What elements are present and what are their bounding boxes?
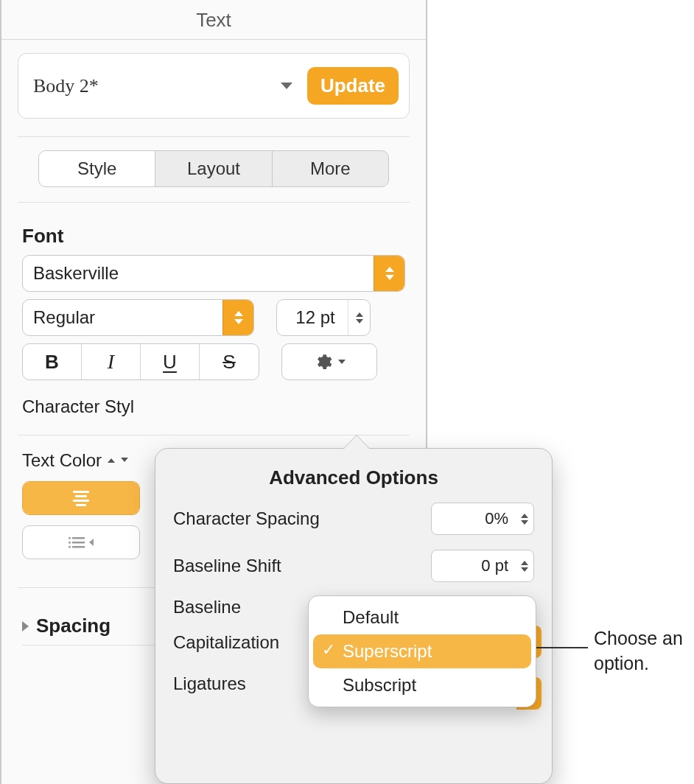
text-format-group: B I U S bbox=[22, 343, 259, 380]
baseline-label: Baseline bbox=[173, 597, 241, 617]
tab-layout[interactable]: Layout bbox=[155, 151, 272, 186]
paragraph-style-card: Body 2* Update bbox=[18, 53, 410, 119]
baseline-option-superscript[interactable]: Superscript bbox=[313, 634, 531, 668]
baseline-shift-value: 0 pt bbox=[432, 556, 516, 575]
character-spacing-field[interactable]: 0% bbox=[431, 503, 534, 535]
text-color-label: Text Color bbox=[22, 450, 102, 471]
svg-rect-2 bbox=[72, 546, 85, 548]
callout-text: Choose an option. bbox=[594, 626, 694, 676]
svg-point-4 bbox=[69, 542, 71, 544]
strikethrough-button[interactable]: S bbox=[200, 344, 259, 379]
baseline-menu: Default Superscript Subscript bbox=[308, 595, 536, 707]
character-styles-label: Character Styl bbox=[22, 396, 405, 417]
select-stepper-icon bbox=[222, 300, 253, 335]
list-style-button[interactable] bbox=[22, 525, 140, 559]
character-spacing-value: 0% bbox=[432, 509, 516, 528]
svg-rect-1 bbox=[72, 542, 85, 544]
character-spacing-label: Character Spacing bbox=[173, 508, 320, 529]
italic-button[interactable]: I bbox=[82, 344, 141, 379]
bold-button[interactable]: B bbox=[23, 344, 82, 379]
svg-point-3 bbox=[69, 537, 71, 539]
caret-down-icon bbox=[121, 458, 128, 462]
svg-rect-0 bbox=[72, 537, 85, 539]
font-size-field[interactable]: 12 pt bbox=[276, 299, 371, 336]
baseline-option-default[interactable]: Default bbox=[313, 601, 531, 634]
gear-icon bbox=[313, 352, 332, 371]
stepper-icon[interactable] bbox=[516, 503, 533, 534]
chevron-down-icon bbox=[281, 83, 292, 89]
stepper-icon[interactable] bbox=[516, 550, 533, 581]
list-icon bbox=[69, 536, 85, 548]
font-size-value: 12 pt bbox=[277, 307, 348, 328]
tab-style[interactable]: Style bbox=[39, 151, 155, 186]
baseline-shift-label: Baseline Shift bbox=[173, 556, 281, 576]
baseline-option-subscript[interactable]: Subscript bbox=[313, 668, 531, 702]
spacing-label: Spacing bbox=[36, 615, 111, 637]
update-style-button[interactable]: Update bbox=[307, 67, 399, 105]
inspector-tabs: Style Layout More bbox=[38, 150, 389, 187]
font-family-value: Baskerville bbox=[23, 263, 374, 284]
svg-point-5 bbox=[69, 546, 71, 548]
caret-up-icon bbox=[108, 458, 115, 463]
font-family-select[interactable]: Baskerville bbox=[22, 255, 405, 292]
stepper-icon[interactable] bbox=[348, 300, 370, 335]
alignment-group bbox=[22, 481, 140, 515]
font-weight-select[interactable]: Regular bbox=[22, 299, 254, 336]
baseline-shift-field[interactable]: 0 pt bbox=[431, 550, 534, 582]
advanced-options-title: Advanced Options bbox=[173, 466, 534, 489]
chevron-down-icon bbox=[338, 360, 346, 364]
font-weight-value: Regular bbox=[23, 307, 222, 328]
underline-button[interactable]: U bbox=[141, 344, 200, 379]
panel-title: Text bbox=[1, 0, 426, 40]
select-stepper-icon bbox=[374, 256, 404, 291]
chevron-left-icon bbox=[89, 539, 94, 546]
paragraph-style-select[interactable]: Body 2* bbox=[29, 69, 297, 104]
advanced-options-button[interactable] bbox=[281, 343, 377, 380]
paragraph-style-name: Body 2* bbox=[33, 75, 99, 97]
ligatures-label: Ligatures bbox=[173, 673, 246, 694]
align-left-button[interactable] bbox=[23, 482, 139, 514]
disclosure-triangle-icon bbox=[22, 621, 29, 631]
callout-leader-line bbox=[533, 647, 588, 648]
font-section-label: Font bbox=[22, 225, 405, 248]
tab-more[interactable]: More bbox=[273, 151, 388, 186]
capitalization-label: Capitalization bbox=[173, 632, 279, 653]
